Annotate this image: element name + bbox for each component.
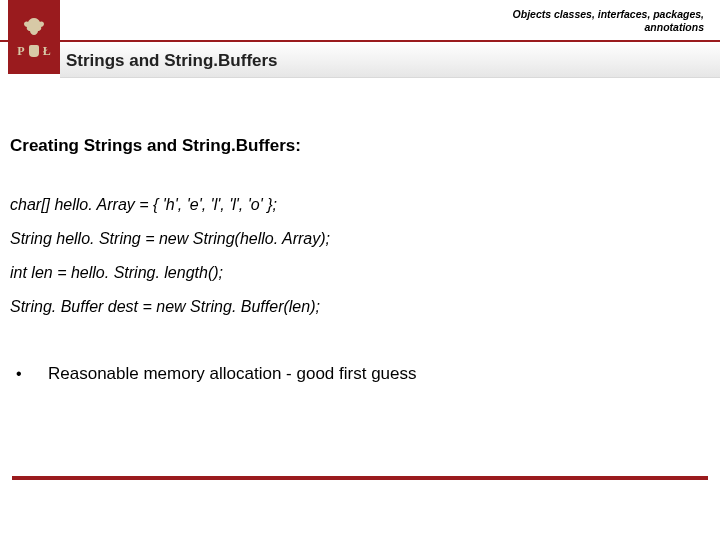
section-heading: Creating Strings and String.Buffers: bbox=[10, 136, 710, 156]
slide-content: Creating Strings and String.Buffers: cha… bbox=[0, 84, 720, 384]
divider-top bbox=[0, 40, 720, 42]
bullet-text: Reasonable memory allocation - good firs… bbox=[48, 364, 417, 384]
shield-icon bbox=[29, 45, 39, 57]
bullet-item: • Reasonable memory allocation - good fi… bbox=[10, 364, 710, 384]
logo-letters: P Ł bbox=[17, 44, 50, 59]
logo-letter-p: P bbox=[17, 44, 24, 59]
eagle-icon bbox=[21, 16, 47, 38]
logo-letter-l: Ł bbox=[43, 44, 51, 59]
breadcrumb-line2: annotations bbox=[513, 21, 704, 34]
bullet-mark: • bbox=[16, 365, 48, 383]
slide-header: Objects classes, interfaces, packages, a… bbox=[0, 0, 720, 84]
code-line: String hello. String = new String(hello.… bbox=[10, 230, 710, 248]
title-bar: Strings and String.Buffers bbox=[60, 44, 720, 78]
code-line: String. Buffer dest = new String. Buffer… bbox=[10, 298, 710, 316]
code-line: char[] hello. Array = { 'h', 'e', 'l', '… bbox=[10, 196, 710, 214]
divider-bottom bbox=[12, 476, 708, 480]
code-line: int len = hello. String. length(); bbox=[10, 264, 710, 282]
breadcrumb-line1: Objects classes, interfaces, packages, bbox=[513, 8, 704, 21]
breadcrumb: Objects classes, interfaces, packages, a… bbox=[513, 8, 704, 34]
page-title: Strings and String.Buffers bbox=[66, 51, 278, 71]
logo: P Ł bbox=[8, 0, 60, 74]
